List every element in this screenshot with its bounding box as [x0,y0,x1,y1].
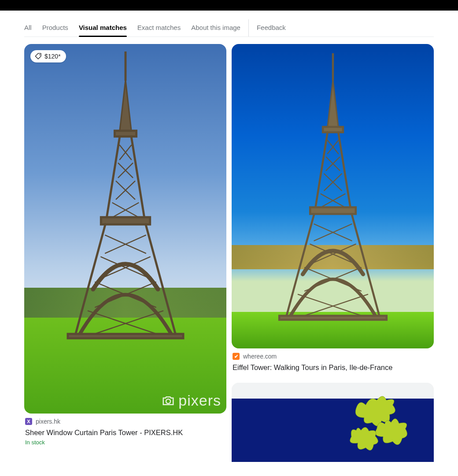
leaves-graphic [323,395,434,459]
result-image[interactable] [232,44,434,348]
leaves-svg [323,395,434,459]
tag-icon [35,53,42,60]
svg-rect-9 [279,316,387,320]
window-topbar [0,0,458,11]
tab-exact-matches[interactable]: Exact matches [137,19,181,37]
eiffel-tower-svg [252,53,414,321]
source-domain: wheree.com [243,353,277,360]
price-badge: $120* [30,50,66,62]
svg-rect-2 [101,217,150,224]
tab-products[interactable]: Products [42,19,68,37]
eiffel-tower-graphic [252,53,414,321]
result-card[interactable] [232,383,434,462]
result-meta: X pixers.hk Sheer Window Curtain Paris T… [24,414,226,446]
result-title[interactable]: Sheer Window Curtain Paris Tower - PIXER… [25,428,225,437]
svg-point-4 [39,55,40,55]
image-watermark: pixers [162,392,221,409]
eiffel-tower-graphic [38,51,212,340]
result-source[interactable]: X pixers.hk [25,418,225,425]
svg-rect-8 [310,207,356,214]
source-domain: pixers.hk [36,418,60,425]
result-card[interactable]: ✔ wheree.com Eiffel Tower: Walking Tours… [232,44,434,374]
result-meta: ✔ wheree.com Eiffel Tower: Walking Tours… [232,348,434,372]
results-column-right: ✔ wheree.com Eiffel Tower: Walking Tours… [232,44,434,462]
result-card[interactable]: $120* pixers X pix [24,44,226,446]
tab-feedback[interactable]: Feedback [248,19,286,37]
tab-about-this-image[interactable]: About this image [191,19,240,37]
result-image[interactable]: $120* pixers [24,44,226,414]
source-favicon: X [25,418,32,425]
tab-visual-matches[interactable]: Visual matches [79,19,127,37]
result-source[interactable]: ✔ wheree.com [233,353,433,360]
svg-rect-7 [323,127,343,132]
source-favicon: ✔ [233,353,240,360]
results-area: All Products Visual matches Exact matche… [0,11,458,476]
watermark-text: pixers [178,392,221,409]
tab-all[interactable]: All [24,19,32,37]
svg-rect-1 [114,131,136,136]
svg-point-5 [166,399,170,403]
filter-tabs: All Products Visual matches Exact matche… [24,11,434,37]
result-title[interactable]: Eiffel Tower: Walking Tours in Paris, Il… [233,362,433,372]
eiffel-tower-svg [38,51,212,340]
results-grid: $120* pixers X pix [24,37,434,462]
result-image[interactable] [232,383,434,462]
results-column-left: $120* pixers X pix [24,44,226,462]
camera-icon [162,395,175,406]
svg-rect-3 [67,334,183,338]
stock-status: In stock [25,439,225,446]
price-text: $120* [44,53,61,60]
